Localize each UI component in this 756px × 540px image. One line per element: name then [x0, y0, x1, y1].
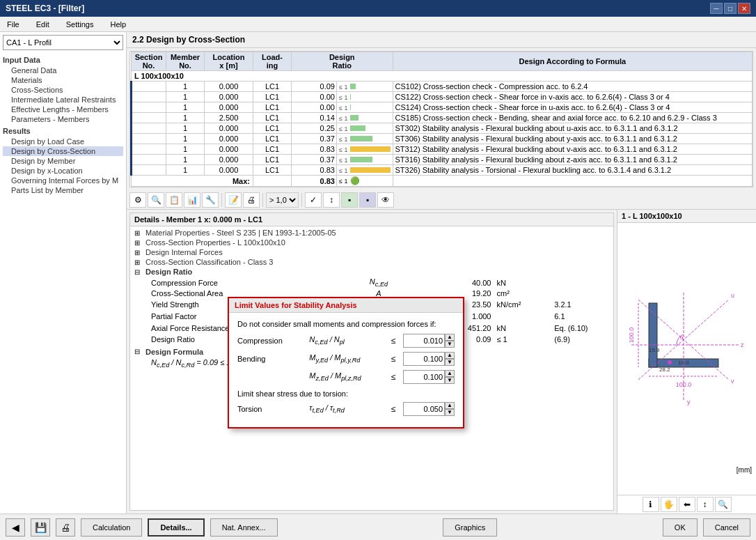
right-panel-title: 1 - L 100x100x10	[617, 210, 756, 223]
right-tool-nav1[interactable]: ⬅	[679, 497, 695, 512]
popup-row-compression: Compression Nc,Ed / Npl ≤ ▲ ▼	[237, 334, 455, 348]
content-area: 2.2 Design by Cross-Section SectionNo.	[127, 32, 756, 514]
toolbar-btn-sort[interactable]: ↕	[323, 192, 340, 208]
cell-formula: ST302) Stability analysis - Flexural buc…	[393, 123, 752, 134]
tree-expander-5[interactable]: ⊟	[134, 268, 143, 276]
table-row[interactable]: 1 0.000 LC1 0.09 ≤ 1 CS102) Cross-sectio…	[132, 82, 753, 92]
table-row[interactable]: 1 0.000 LC1 0.83 ≤ 1 ST326) Stability an…	[132, 165, 753, 176]
bending-spin-up[interactable]: ▲	[445, 352, 455, 359]
menu-file[interactable]: File	[3, 19, 24, 30]
toolbar-btn-2[interactable]: 📋	[166, 192, 182, 208]
tree-expander-4[interactable]: ⊞	[134, 259, 143, 266]
mz-spin-down[interactable]: ▼	[445, 377, 455, 384]
tree-item-internal-forces[interactable]: ⊞ Design Internal Forces	[134, 247, 609, 257]
sidebar-item-general-data[interactable]: General Data	[3, 65, 123, 75]
toolbar-btn-1[interactable]: ⚙	[129, 192, 146, 208]
table-row[interactable]: 1 0.000 LC1 0.83 ≤ 1 ST312) Stability an…	[132, 144, 753, 155]
maximize-button[interactable]: □	[724, 3, 737, 14]
menu-edit[interactable]: Edit	[32, 19, 54, 30]
minimize-button[interactable]: ─	[710, 3, 723, 14]
section-drawing: 100.0 100.0 10.0 28.2	[617, 223, 756, 495]
toolbar-btn-3[interactable]: 📊	[184, 192, 200, 208]
sidebar-item-effective-lengths[interactable]: Effective Lengths - Members	[3, 105, 123, 114]
toolbar-btn-check[interactable]: ✓	[305, 192, 322, 208]
bottom-icon-3[interactable]: 🖨	[56, 518, 75, 537]
table-row[interactable]: 1 0.000 LC1 0.00 ≤ 1 CS124) Cross-sectio…	[132, 102, 753, 113]
toolbar-btn-eye[interactable]: 👁	[377, 192, 394, 208]
tree-expander-6[interactable]: ⊟	[134, 348, 143, 355]
bending-input[interactable]	[403, 352, 445, 366]
table-row[interactable]: 1 0.000 LC1 0.00 ≤ 1 CS122) Cross-sectio…	[132, 92, 753, 102]
sidebar-item-materials[interactable]: Materials	[3, 75, 123, 85]
right-tool-info[interactable]: ℹ	[643, 497, 659, 512]
bottom-icon-2[interactable]: 💾	[31, 518, 50, 537]
bottom-icon-1[interactable]: ◀	[6, 518, 25, 537]
table-row[interactable]: 1 2.500 LC1 0.14 ≤ 1 CS185) Cross-sectio…	[132, 113, 753, 123]
cell-leq: ≤ 1	[337, 144, 393, 155]
right-tool-hand[interactable]: 🖐	[661, 497, 677, 512]
close-button[interactable]: ✕	[738, 3, 750, 14]
sidebar-item-by-member[interactable]: Design by Member	[3, 156, 123, 166]
right-tool-nav3[interactable]: 🔍	[715, 497, 732, 512]
tree-item-cross-section[interactable]: ⊞ Cross-Section Properties - L 100x100x1…	[134, 238, 609, 247]
tree-expander[interactable]: ⊞	[134, 229, 143, 237]
tree-expander-2[interactable]: ⊞	[134, 239, 143, 247]
sidebar-item-by-load-case[interactable]: Design by Load Case	[3, 137, 123, 146]
bending-spinner[interactable]: ▲ ▼	[403, 352, 455, 366]
mz-spin-up[interactable]: ▲	[445, 370, 455, 377]
compression-spinner[interactable]: ▲ ▼	[403, 334, 455, 348]
torsion-spin-down[interactable]: ▼	[445, 409, 455, 416]
sidebar-item-lateral-restraints[interactable]: Intermediate Lateral Restraints	[3, 95, 123, 105]
ok-button[interactable]: OK	[663, 518, 698, 537]
cell-formula: CS185) Cross-section check - Bending, sh…	[393, 113, 752, 123]
nat-annex-button[interactable]: Nat. Annex...	[210, 518, 278, 537]
toolbar-btn-color2[interactable]: ▪	[359, 192, 376, 208]
sidebar-item-by-cross-section[interactable]: Design by Cross-Section	[3, 146, 123, 156]
menu-help[interactable]: Help	[106, 19, 130, 30]
compression-spin-up[interactable]: ▲	[445, 334, 455, 341]
cell-formula: ST316) Stability analysis - Flexural buc…	[393, 155, 752, 165]
svg-point-16	[668, 360, 672, 364]
popup-label-compression: Compression	[237, 337, 305, 345]
mz-spinner[interactable]: ▲ ▼	[403, 370, 455, 384]
toolbar-btn-filter[interactable]: 🔍	[148, 192, 164, 208]
cell-leq: ≤ 1	[337, 134, 393, 144]
details-unit: ≤ 1	[494, 334, 551, 344]
sidebar-item-cross-sections[interactable]: Cross-Sections	[3, 85, 123, 95]
cell-member: 1	[166, 82, 205, 92]
graphics-button[interactable]: Graphics	[443, 518, 497, 537]
compression-spin-down[interactable]: ▼	[445, 341, 455, 348]
details-button[interactable]: Details...	[148, 518, 204, 537]
cancel-button[interactable]: Cancel	[703, 518, 750, 537]
tree-item-classification[interactable]: ⊞ Cross-Section Classification - Class 3	[134, 257, 609, 267]
right-tool-nav2[interactable]: ↕	[697, 497, 714, 512]
table-row[interactable]: 1 0.000 LC1 0.25 ≤ 1 ST302) Stability an…	[132, 123, 753, 134]
popup-label-bending: Bending	[237, 355, 305, 363]
sidebar-item-governing-forces[interactable]: Governing Internal Forces by M	[3, 176, 123, 185]
calculation-button[interactable]: Calculation	[81, 518, 142, 537]
toolbar-btn-6[interactable]: 🖨	[243, 192, 260, 208]
section-row: L 100x100x10	[132, 71, 753, 82]
results-section: Results	[3, 127, 123, 135]
mz-input[interactable]	[403, 370, 445, 384]
bending-spin-down[interactable]: ▼	[445, 359, 455, 366]
toolbar-btn-color1[interactable]: ▪	[341, 192, 358, 208]
profile-selector[interactable]: CA1 - L Profil	[3, 35, 123, 50]
torsion-spin-up[interactable]: ▲	[445, 402, 455, 409]
tree-item-design-ratio[interactable]: ⊟ Design Ratio	[134, 267, 609, 277]
torsion-spinner[interactable]: ▲ ▼	[403, 402, 455, 416]
table-row[interactable]: 1 0.000 LC1 0.37 ≤ 1 ST306) Stability an…	[132, 134, 753, 144]
table-row[interactable]: 1 0.000 LC1 0.37 ≤ 1 ST316) Stability an…	[132, 155, 753, 165]
menu-settings[interactable]: Settings	[62, 19, 98, 30]
toolbar-btn-5[interactable]: 📝	[225, 192, 242, 208]
sidebar-item-parameters[interactable]: Parameters - Members	[3, 114, 123, 124]
torsion-input[interactable]	[403, 402, 445, 416]
toolbar-btn-4[interactable]: 🔧	[202, 192, 219, 208]
tree-item-material[interactable]: ⊞ Material Properties - Steel S 235 | EN…	[134, 228, 609, 238]
sidebar-item-parts-list[interactable]: Parts List by Member	[3, 185, 123, 195]
zoom-select[interactable]: > 1,0	[266, 192, 299, 208]
tree-expander-3[interactable]: ⊞	[134, 249, 143, 256]
bending-spinner-btns: ▲ ▼	[445, 352, 455, 366]
sidebar-item-by-x-location[interactable]: Design by x-Location	[3, 166, 123, 176]
compression-input[interactable]	[403, 334, 445, 348]
